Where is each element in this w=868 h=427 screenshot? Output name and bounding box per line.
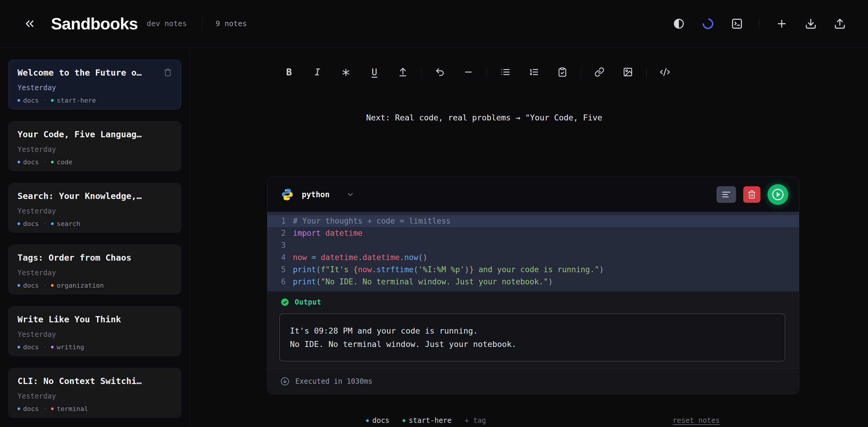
download-icon xyxy=(805,18,817,30)
numbered-list-button[interactable] xyxy=(524,63,544,81)
tag-dot xyxy=(51,161,54,163)
note-tags: docs· start-here xyxy=(18,97,172,104)
import-button[interactable] xyxy=(804,17,817,31)
toolbar-divider xyxy=(646,66,647,78)
code-line: 6 print("No IDE. No terminal window. Jus… xyxy=(268,276,799,288)
language-dropdown[interactable] xyxy=(346,190,354,199)
note-date: Yesterday xyxy=(18,145,172,154)
bold-button[interactable]: B xyxy=(280,63,299,81)
code-editor[interactable]: 1 # Your thoughts + code = limitless 2 i… xyxy=(268,212,799,292)
sync-spinner xyxy=(701,17,715,31)
toolbar-divider xyxy=(421,66,422,78)
app-subtitle: dev notes xyxy=(147,19,187,28)
header: Sandbooks dev notes 9 notes xyxy=(0,0,868,48)
app-title: Sandbooks xyxy=(51,14,138,33)
tag-separator: · xyxy=(43,282,47,289)
note-tag: docs xyxy=(18,220,39,227)
bullet-list-button[interactable] xyxy=(496,63,515,81)
underline-button[interactable]: U xyxy=(365,63,384,81)
note-title: Welcome to the Future o… xyxy=(18,68,142,78)
terminal-button[interactable] xyxy=(730,17,744,31)
export-button[interactable] xyxy=(833,17,847,31)
delete-code-block-button[interactable] xyxy=(743,186,761,203)
tag-dot xyxy=(51,284,54,287)
note-tag: docs xyxy=(18,282,39,289)
add-tag-button[interactable]: + tag xyxy=(465,416,486,425)
execution-status: Executed in 1030ms xyxy=(295,377,372,386)
bullet-list-icon xyxy=(500,67,510,77)
clipboard-check-icon xyxy=(557,67,567,77)
new-note-button[interactable] xyxy=(775,17,788,31)
note-title: CLI: No Context Switchi… xyxy=(18,376,142,386)
header-divider xyxy=(759,19,760,29)
code-line: 3 xyxy=(268,239,799,251)
note-card[interactable]: Your Code, Five Languag… Yesterday docs·… xyxy=(8,121,181,171)
link-button[interactable] xyxy=(590,63,609,81)
horizontal-rule-button[interactable] xyxy=(459,63,478,81)
code-line: 4 now = datetime.datetime.now() xyxy=(268,251,799,264)
align-left-icon xyxy=(721,190,731,199)
notes-count: 9 notes xyxy=(216,19,247,28)
code-line: 2 import datetime xyxy=(268,227,799,239)
output-line: It's 09:28 PM and your code is running. xyxy=(290,324,775,337)
note-tags: docs· search xyxy=(18,220,172,227)
checklist-button[interactable] xyxy=(553,63,572,81)
note-card[interactable]: CLI: No Context Switchi… Yesterday docs·… xyxy=(8,368,181,418)
superscript-button[interactable] xyxy=(393,63,412,81)
note-card[interactable]: Tags: Order from Chaos Yesterday docs· o… xyxy=(8,245,181,295)
tag-dot xyxy=(366,419,369,422)
italic-button[interactable]: I xyxy=(308,63,327,81)
note-tag: docs xyxy=(18,97,39,104)
numbered-list-icon xyxy=(529,67,539,77)
editor-content[interactable]: Next: Real code, real problems → "Your C… xyxy=(366,92,665,127)
contrast-icon xyxy=(673,18,685,30)
tag-separator: · xyxy=(43,158,47,166)
note-title: Tags: Order from Chaos xyxy=(18,253,131,263)
note-tag: code xyxy=(51,158,72,166)
execution-status-bar: Executed in 1030ms xyxy=(268,368,799,394)
note-card[interactable]: Welcome to the Future o… Yesterday docs·… xyxy=(8,60,181,110)
note-title: Write Like You Think xyxy=(18,314,121,325)
footer-tag[interactable]: docs xyxy=(366,416,390,425)
output-box: It's 09:28 PM and your code is running.N… xyxy=(279,313,785,362)
spinner-icon xyxy=(702,18,714,30)
note-tag: terminal xyxy=(51,405,88,413)
tag-dot xyxy=(51,99,54,102)
reset-notes-link[interactable]: reset notes xyxy=(673,416,720,425)
upload-icon xyxy=(834,18,846,30)
success-check-icon xyxy=(280,298,289,307)
image-button[interactable] xyxy=(618,63,638,81)
output-label: Output xyxy=(295,298,321,306)
undo-button[interactable] xyxy=(430,63,450,81)
note-card[interactable]: Write Like You Think Yesterday docs· wri… xyxy=(8,306,181,356)
python-icon xyxy=(280,188,294,201)
main-area: B I * U xyxy=(190,48,868,427)
header-divider xyxy=(202,18,203,29)
tag-dot xyxy=(18,346,20,348)
tag-dot xyxy=(18,284,20,287)
note-card[interactable]: Search: Your Knowledge,… Yesterday docs·… xyxy=(8,183,181,233)
line-number: 4 xyxy=(268,251,293,264)
collapse-sidebar-button[interactable] xyxy=(21,16,38,32)
theme-toggle-button[interactable] xyxy=(672,17,686,31)
tag-dot xyxy=(18,407,20,410)
code-text xyxy=(293,239,298,251)
code-block-button[interactable] xyxy=(655,63,675,81)
note-tag: docs xyxy=(18,405,39,413)
tag-dot xyxy=(18,161,20,163)
note-date: Yesterday xyxy=(18,84,172,92)
image-icon xyxy=(623,67,633,77)
highlight-button[interactable]: * xyxy=(337,66,355,84)
trash-icon[interactable] xyxy=(164,68,172,77)
output-line: No IDE. No terminal window. Just your no… xyxy=(290,337,775,351)
run-code-button[interactable] xyxy=(768,184,788,205)
footer-tag[interactable]: start-here xyxy=(403,416,452,425)
editor-paragraph: Next: Real code, real problems → "Your C… xyxy=(366,92,665,127)
header-actions xyxy=(672,17,847,31)
note-tags: docs· organization xyxy=(18,282,172,289)
toggle-code-button[interactable] xyxy=(716,186,736,203)
note-tags: docs· writing xyxy=(18,343,172,351)
trash-icon xyxy=(747,190,756,199)
code-icon xyxy=(660,67,670,78)
note-title: Your Code, Five Languag… xyxy=(18,129,142,140)
